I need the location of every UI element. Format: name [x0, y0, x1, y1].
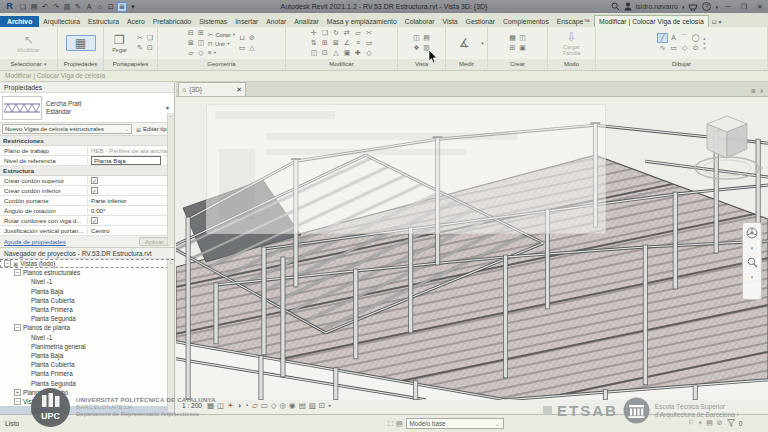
- lock-view-icon[interactable]: ◇: [271, 400, 277, 411]
- add-icon[interactable]: ✚: [353, 48, 364, 58]
- viewbar-chevron-icon[interactable]: ◂: [328, 400, 331, 411]
- join-menu[interactable]: ⊓Unir▾: [208, 40, 235, 48]
- collapse-icon[interactable]: −: [4, 260, 11, 267]
- render-icon[interactable]: ◔: [244, 400, 249, 411]
- sun-path-icon[interactable]: ☀: [227, 400, 234, 411]
- section-restricciones[interactable]: Restricciones▴: [0, 136, 174, 146]
- checkbox-checked[interactable]: ✓: [91, 177, 98, 184]
- temporary-view-properties-icon[interactable]: ▥: [309, 400, 316, 411]
- panel-label-geometria[interactable]: Geometría: [158, 59, 285, 70]
- view-tab-3d[interactable]: ⌂ {3D} ✕: [178, 82, 246, 96]
- measure-icon[interactable]: ✎: [73, 2, 83, 12]
- worksharing-display-icon[interactable]: ▤: [299, 400, 306, 411]
- tab-prefabricado[interactable]: Prefabricado: [149, 16, 196, 27]
- cut-menu[interactable]: ✂Cortar▾: [208, 31, 235, 39]
- checkbox-checked[interactable]: ✓: [91, 187, 98, 194]
- match-properties-icon[interactable]: ✎: [135, 43, 145, 53]
- draw-rectangle-tool[interactable]: ▭: [668, 43, 679, 53]
- show-crop-region-icon[interactable]: ▭: [261, 400, 268, 411]
- close-view-icon[interactable]: ✕: [236, 86, 242, 94]
- undo-icon[interactable]: ↶: [40, 2, 50, 12]
- redo-icon[interactable]: ↷: [51, 2, 61, 12]
- tree-group-planos-estructurales[interactable]: −Planos estructurales: [0, 268, 174, 277]
- create-parts-icon[interactable]: ▣: [518, 43, 528, 53]
- reference-level-field[interactable]: Planta Baja: [91, 156, 161, 165]
- hide-elements-icon[interactable]: ◫: [412, 33, 422, 43]
- tree-item-view[interactable]: Planta Baja: [0, 351, 174, 360]
- linework-icon[interactable]: ❖: [412, 43, 422, 53]
- minimize-button[interactable]: ─: [722, 3, 734, 10]
- store-icon[interactable]: [688, 3, 698, 11]
- revit-logo-icon[interactable]: R: [3, 1, 16, 12]
- properties-palette-header[interactable]: Propiedades: [0, 82, 174, 93]
- nav-chevron-icon[interactable]: ▾: [751, 243, 754, 253]
- tree-item-view[interactable]: Planta Segunda: [0, 314, 174, 323]
- project-browser-header[interactable]: Navegador de proyectos - RV.53.DR Estruc…: [0, 248, 174, 259]
- temporary-hide-isolate-icon[interactable]: ◎: [280, 400, 287, 411]
- show-constraints-icon[interactable]: ⊡: [319, 400, 325, 411]
- property-row[interactable]: Justificación vertical portan...Centro: [0, 226, 174, 236]
- draw-line-tool[interactable]: ╱: [657, 33, 668, 43]
- tab-colaborar[interactable]: Colaborar: [401, 16, 439, 27]
- view-cube[interactable]: [690, 100, 764, 196]
- draw-arc-tool[interactable]: ⌒: [679, 33, 690, 43]
- tree-item-vistas-todo[interactable]: −▣Vistas (todo): [0, 259, 174, 268]
- expand-icon[interactable]: +: [14, 389, 21, 396]
- tab-options-chevron-icon[interactable]: ⊡ ▾: [712, 18, 722, 27]
- panel-label-seleccionar[interactable]: Seleccionar▾: [0, 59, 57, 70]
- panel-label-medir[interactable]: Medir: [446, 59, 487, 70]
- type-selector-chevron-icon[interactable]: ▾: [163, 104, 172, 111]
- wall-joins-icon[interactable]: ⊔: [237, 33, 247, 43]
- override-graphics-icon[interactable]: ▤: [422, 33, 432, 43]
- tab-enscape[interactable]: Enscape™: [553, 16, 594, 27]
- nav-chevron-icon[interactable]: ▾: [751, 272, 754, 282]
- split-face-icon[interactable]: ◇: [196, 48, 206, 58]
- align-face-icon[interactable]: ▭: [237, 43, 247, 53]
- collapse-icon[interactable]: −: [14, 324, 21, 331]
- tree-item-view[interactable]: Planta Cubierta: [0, 296, 174, 305]
- collapse-palette-icon[interactable]: ∧: [760, 87, 764, 94]
- open-icon[interactable]: ❏: [18, 2, 28, 12]
- unjoin-icon[interactable]: ⊘: [247, 33, 257, 43]
- demolish-icon[interactable]: ◫: [196, 38, 206, 48]
- design-options-icon[interactable]: ▤: [396, 420, 403, 428]
- property-row[interactable]: Crear cordón inferior✓: [0, 186, 174, 196]
- element-filter-combo[interactable]: Nuevo Vigas de celosía estructurales⌄: [2, 124, 132, 134]
- property-row[interactable]: Rotar cordones con viga d...✓: [0, 216, 174, 226]
- panel-label-dibujar[interactable]: Dibujar: [596, 59, 767, 70]
- signed-in-user[interactable]: isidro.navarro: [636, 3, 678, 10]
- delete-icon[interactable]: ⊠: [331, 38, 342, 48]
- help-menu-chevron-icon[interactable]: ▾: [715, 4, 718, 10]
- tab-masa-y-emplazamiento[interactable]: Masa y emplazamiento: [323, 16, 401, 27]
- properties-button[interactable]: ▦: [66, 35, 96, 51]
- offset-icon[interactable]: ▱: [353, 28, 364, 38]
- worksets-icon[interactable]: ⛶: [388, 420, 393, 428]
- tree-item-view[interactable]: Planta Primera: [0, 369, 174, 378]
- draw-circle-tool[interactable]: ◯: [690, 33, 701, 43]
- tab-gestionar[interactable]: Gestionar: [462, 16, 499, 27]
- draw-polygon-tool[interactable]: ◇: [679, 43, 690, 53]
- property-row[interactable]: Cordón portanteParte inferior: [0, 196, 174, 206]
- home-3d-view-icon[interactable]: ⌂: [95, 2, 105, 12]
- pick-lines-tool[interactable]: A: [668, 33, 679, 43]
- panel-label-propiedades[interactable]: Propiedades: [58, 59, 103, 70]
- trim-icon[interactable]: ∠: [342, 38, 353, 48]
- measure-button[interactable]: ∡: [449, 36, 479, 50]
- measure-chevron-icon[interactable]: ▾: [481, 38, 484, 48]
- panel-label-crear[interactable]: Crear: [488, 59, 547, 70]
- visual-style-icon[interactable]: ◫: [217, 400, 224, 411]
- align-icon[interactable]: ⇅: [309, 38, 320, 48]
- tab-complementos[interactable]: Complementos: [499, 16, 553, 27]
- restore-button[interactable]: ❐: [738, 3, 750, 11]
- tab-analizar[interactable]: Analizar: [290, 16, 323, 27]
- collapse-icon[interactable]: −: [14, 269, 21, 276]
- beam-join-menu[interactable]: ≡▾: [208, 49, 235, 56]
- collapse-icon[interactable]: −: [14, 398, 21, 405]
- tab-insertar[interactable]: Insertar: [231, 16, 262, 27]
- pin-icon[interactable]: ≡: [353, 38, 364, 48]
- draw-gallery-scroll[interactable]: ▴▾≡: [703, 36, 706, 51]
- tab-archivo[interactable]: Archivo: [0, 16, 39, 27]
- properties-scrollbar[interactable]: ⌄: [167, 113, 174, 245]
- rotate-icon[interactable]: ↻: [331, 28, 342, 38]
- tab-sistemas[interactable]: Sistemas: [195, 16, 231, 27]
